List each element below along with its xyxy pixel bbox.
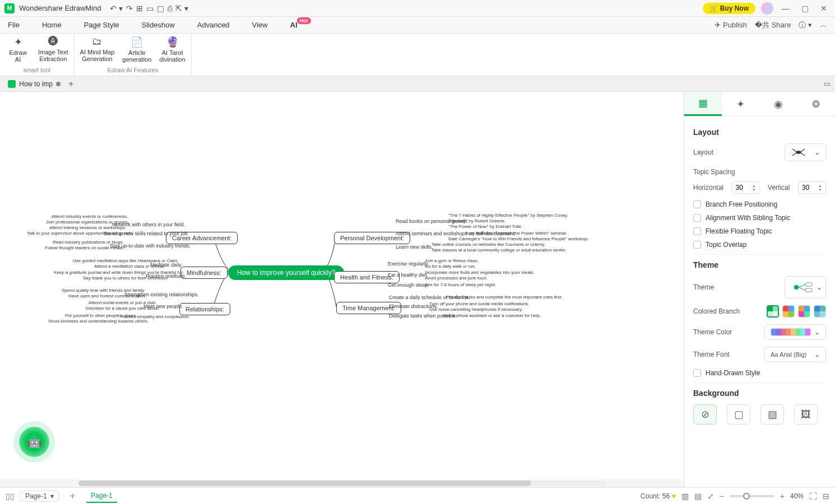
avatar-icon[interactable] <box>761 2 773 15</box>
menu-view[interactable]: View <box>252 21 268 29</box>
zoom-handle[interactable] <box>743 493 750 500</box>
horizontal-input[interactable]: ▲▼ <box>732 181 760 194</box>
subleaf[interactable]: Turn off your phone and social media not… <box>429 301 529 306</box>
leaf[interactable]: Get enough sleep. <box>388 282 429 288</box>
subleaf[interactable]: Join professional organizations or group… <box>46 220 129 225</box>
subleaf[interactable]: Attend social events or join a club. <box>89 300 156 305</box>
publish-button[interactable]: ✈ Publish <box>715 21 747 29</box>
print-icon[interactable]: ⎙ <box>168 4 172 13</box>
theme-select[interactable]: ⌄ <box>785 276 826 298</box>
chk-alignment[interactable] <box>693 214 701 222</box>
redo-icon[interactable]: ↷ <box>126 4 133 13</box>
menu-advanced[interactable]: Advanced <box>197 21 230 29</box>
swatch-blue[interactable] <box>814 305 826 318</box>
rpanel-tab-style[interactable]: ✦ <box>722 92 759 116</box>
subleaf[interactable]: Use guided meditation apps like Headspac… <box>73 258 179 263</box>
zoom-out-icon[interactable]: − <box>720 492 724 501</box>
menu-slideshow[interactable]: Slideshow <box>142 21 175 29</box>
rpanel-tab-settings[interactable]: ⚙ <box>797 92 835 116</box>
view-icon-1[interactable]: ▥ <box>681 492 689 501</box>
image-text-extraction-button[interactable]: 🅐Image Text Extraction <box>38 36 68 63</box>
tarot-button[interactable]: 🔮AI Tarot divination <box>159 36 185 63</box>
subleaf[interactable]: Have open and honest communication. <box>68 293 146 298</box>
menu-page-style[interactable]: Page Style <box>84 21 119 29</box>
spin-down-icon[interactable]: ▼ <box>752 188 756 192</box>
subleaf[interactable]: Talk to your supervisor about opportunit… <box>27 231 133 236</box>
doc-tab[interactable]: How to imp <box>4 76 64 91</box>
bg-none[interactable]: ⊘ <box>693 404 717 424</box>
fit-icon[interactable]: ⤢ <box>707 492 714 501</box>
menu-file[interactable]: File <box>8 21 20 29</box>
article-gen-button[interactable]: 📄Article generation <box>122 36 151 63</box>
subleaf[interactable]: Dale Carnegie's "How to Win Friends and … <box>448 236 588 241</box>
subleaf[interactable]: Spend quality time with friends and fami… <box>62 288 145 293</box>
close-icon[interactable]: ✕ <box>817 4 831 13</box>
ai-fab-button[interactable]: 🤖 <box>19 427 49 457</box>
zoom-slider[interactable] <box>730 495 774 497</box>
subleaf[interactable]: "Mastery" by Robert Greene. <box>448 218 505 223</box>
outline-toggle-icon[interactable]: ▯▯ <box>6 492 15 501</box>
rpanel-tab-tag[interactable]: ◉ <box>760 92 797 116</box>
subleaf[interactable]: Go for a daily walk or run. <box>425 264 476 269</box>
buy-now-button[interactable]: 🛒 Buy Now <box>703 3 755 14</box>
central-topic[interactable]: How to improve yourself quickly? <box>228 265 344 280</box>
help-icon[interactable]: ⓘ ▾ <box>799 20 812 30</box>
ai-mindmap-button[interactable]: 🗂AI Mind Map Generation <box>80 36 115 63</box>
subleaf[interactable]: Attend a meditation class or retreat. <box>94 264 165 269</box>
swatch-multi2[interactable] <box>798 305 810 318</box>
menu-home[interactable]: Home <box>42 21 62 29</box>
swatch-green[interactable] <box>767 305 779 318</box>
vertical-value[interactable] <box>802 184 815 192</box>
share-button[interactable]: �共 Share <box>755 20 791 30</box>
subleaf[interactable]: Avoid processed and junk food. <box>425 276 487 281</box>
subleaf[interactable]: Hire a virtual assistant or ask a cowork… <box>443 313 541 318</box>
spin-down-icon[interactable]: ▼ <box>818 188 822 192</box>
rpanel-tab-layout[interactable]: ▦ <box>684 92 722 116</box>
maximize-icon[interactable]: ▢ <box>798 4 811 13</box>
theme-color-select[interactable]: ⌄ <box>764 324 826 340</box>
subleaf[interactable]: Keep a gratitude journal and write down … <box>54 270 184 275</box>
horizontal-value[interactable] <box>736 184 749 192</box>
undo-icon[interactable]: ↶ ▾ <box>110 4 123 13</box>
subleaf[interactable]: "The Power of Now" by Eckhart Tolle. <box>448 224 522 229</box>
save-icon[interactable]: ▢ <box>157 4 164 13</box>
chk-overlap[interactable] <box>693 241 701 249</box>
chk-branch-free[interactable] <box>693 200 701 208</box>
branch-relationships[interactable]: Relationships: <box>179 303 230 315</box>
edraw-ai-button[interactable]: ✦Edraw AI <box>6 36 30 63</box>
bg-pattern[interactable]: ▨ <box>760 404 784 424</box>
fullscreen-icon[interactable]: ⛶ <box>809 492 817 501</box>
swatch-multi1[interactable] <box>782 305 795 318</box>
scroll-thumb[interactable] <box>78 480 531 486</box>
vertical-input[interactable]: ▲▼ <box>798 181 826 194</box>
subleaf[interactable]: Use noise-cancelling headphones if neces… <box>429 307 523 312</box>
leaf[interactable]: Learn new skills. <box>396 244 433 250</box>
spin-up-icon[interactable]: ▲ <box>818 184 822 188</box>
new-icon[interactable]: ⊞ <box>136 4 143 13</box>
zoom-in-icon[interactable]: + <box>780 492 785 501</box>
page-select[interactable]: Page-1 ▾ <box>20 491 59 502</box>
bg-image[interactable]: 🖼 <box>794 404 818 424</box>
add-tab-button[interactable]: + <box>68 79 73 89</box>
export-icon[interactable]: ⇱ ▾ <box>175 4 188 13</box>
add-page-button[interactable]: + <box>64 491 81 501</box>
bg-solid[interactable]: ▢ <box>727 404 750 424</box>
subleaf[interactable]: Aim for 7-8 hours of sleep per night. <box>425 282 496 287</box>
open-icon[interactable]: ▭ <box>146 4 154 13</box>
subleaf[interactable]: Show kindness and understanding towards … <box>48 319 149 324</box>
view-icon-2[interactable]: ▤ <box>694 492 702 501</box>
layout-select[interactable]: ⌄ <box>785 143 826 161</box>
canvas[interactable]: How to improve yourself quickly? Career … <box>0 92 684 479</box>
subleaf[interactable]: Join a gym or fitness class. <box>425 258 479 263</box>
subleaf[interactable]: Tony Robbins' "Unleash the Power Within"… <box>465 231 567 236</box>
subleaf[interactable]: Say thank you to others for their kindne… <box>83 276 166 281</box>
menu-ai[interactable]: AIHot <box>290 21 298 29</box>
subleaf[interactable]: Attend training sessions or workshops. <box>49 225 126 230</box>
page-chip[interactable]: Page-1 <box>86 489 117 503</box>
subleaf[interactable]: "The 7 Habits of Highly Effective People… <box>448 213 568 218</box>
chk-flexible[interactable] <box>693 227 701 235</box>
spin-up-icon[interactable]: ▲ <box>752 184 756 188</box>
subleaf[interactable]: Read industry publications or blogs. <box>53 240 124 245</box>
leaf[interactable]: Eat a healthy diet. <box>388 272 428 278</box>
subleaf[interactable]: Attend industry events or conferences. <box>52 214 128 219</box>
